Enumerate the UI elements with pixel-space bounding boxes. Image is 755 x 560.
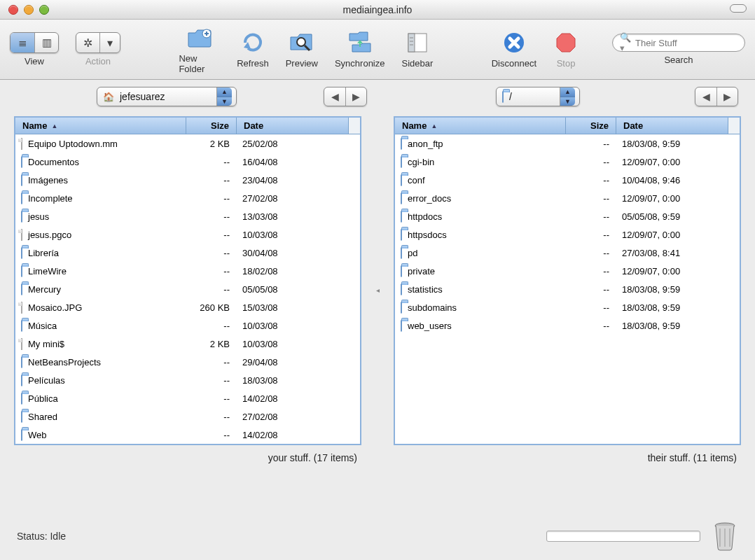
gear-icon[interactable]: ✲ — [76, 33, 99, 52]
file-name: Web — [28, 430, 47, 440]
table-row[interactable]: My mini$2 KB10/03/08 — [15, 335, 360, 353]
file-name: pd — [408, 248, 417, 258]
list-view-icon[interactable]: ≣ — [11, 33, 34, 52]
magnifier-icon: 🔍▾ — [620, 32, 631, 53]
local-col-date[interactable]: Date — [237, 118, 349, 134]
folder-icon — [401, 302, 402, 313]
table-row[interactable]: NetBeansProjects--29/04/08 — [15, 353, 360, 371]
remote-path-text: / — [509, 91, 554, 102]
local-path-popup[interactable]: 🏠 jefesuarez ▲▼ — [97, 87, 237, 106]
table-row[interactable]: Equipo Uptodown.mm2 KB25/02/08 — [15, 134, 360, 153]
action-menu[interactable]: ✲ ▾ — [76, 32, 120, 53]
file-size: -- — [186, 230, 237, 240]
table-row[interactable]: subdomains--18/03/08, 9:59 — [395, 298, 740, 316]
remote-summary: their stuff. (11 items) — [394, 445, 741, 463]
pane-divider[interactable]: ◂ — [374, 116, 381, 463]
remote-col-size[interactable]: Size — [566, 118, 616, 134]
sidebar-icon[interactable] — [405, 30, 430, 55]
svg-point-1 — [297, 38, 305, 46]
file-name: error_docs — [408, 193, 451, 204]
local-path-stepper[interactable]: ▲▼ — [216, 88, 232, 106]
folder-icon — [21, 266, 22, 276]
remote-path-stepper[interactable]: ▲▼ — [560, 88, 575, 106]
search-input[interactable] — [635, 38, 753, 48]
table-row[interactable]: Mosaico.JPG260 KB15/03/08 — [15, 298, 360, 316]
remote-col-name[interactable]: Name — [395, 118, 566, 134]
table-row[interactable]: Pública--14/02/08 — [15, 389, 360, 407]
refresh-icon[interactable] — [240, 30, 265, 55]
local-col-name[interactable]: Name — [15, 118, 186, 134]
file-name: jesus — [28, 211, 49, 222]
table-row[interactable]: Incomplete--27/02/08 — [15, 189, 360, 207]
titlebar: mediaingea.info — [0, 0, 755, 20]
local-forward-button[interactable]: ▶ — [345, 88, 366, 106]
table-row[interactable]: jesus.pgco--10/03/08 — [15, 225, 360, 244]
disconnect-icon[interactable] — [501, 30, 527, 55]
table-row[interactable]: pd--27/03/08, 8:41 — [395, 244, 740, 262]
column-view-icon[interactable]: ▥ — [34, 33, 58, 52]
file-name: Imágenes — [28, 175, 68, 186]
table-row[interactable]: private--12/09/07, 0:00 — [395, 262, 740, 280]
local-back-button[interactable]: ◀ — [324, 88, 345, 106]
file-name: anon_ftp — [408, 139, 443, 149]
view-mode-segment[interactable]: ≣ ▥ — [10, 32, 59, 53]
file-date: 18/03/08, 9:59 — [616, 302, 728, 313]
synchronize-icon[interactable] — [347, 30, 373, 55]
new-folder-icon[interactable] — [187, 25, 212, 50]
folder-icon — [21, 375, 22, 386]
table-row[interactable]: LimeWire--18/02/08 — [15, 262, 360, 280]
file-date: 23/04/08 — [237, 175, 349, 186]
table-row[interactable]: Música--10/03/08 — [15, 316, 360, 335]
table-row[interactable]: Películas--18/03/08 — [15, 371, 360, 389]
local-rows[interactable]: Equipo Uptodown.mm2 KB25/02/08Documentos… — [15, 134, 360, 444]
toolbar: ≣ ▥ View ✲ ▾ Action New Folder Refresh P… — [0, 20, 755, 80]
file-size: -- — [566, 211, 616, 222]
table-row[interactable]: anon_ftp--18/03/08, 9:59 — [395, 134, 740, 153]
file-name: Librería — [28, 248, 59, 258]
file-date: 18/02/08 — [237, 266, 349, 276]
status-bar: Status: Idle — [0, 512, 755, 560]
folder-icon — [401, 193, 402, 204]
path-row: 🏠 jefesuarez ▲▼ ◀ ▶ / ▲▼ ◀ ▶ — [0, 80, 755, 113]
file-size: -- — [566, 321, 616, 331]
table-row[interactable]: conf--10/04/08, 9:46 — [395, 171, 740, 189]
trash-icon[interactable] — [712, 520, 738, 552]
remote-col-date[interactable]: Date — [616, 118, 728, 134]
file-date: 25/02/08 — [237, 139, 349, 149]
file-name: httpsdocs — [408, 230, 447, 240]
file-size: -- — [566, 157, 616, 167]
action-label: Action — [85, 56, 111, 66]
preview-icon[interactable] — [289, 30, 314, 55]
file-date: 18/03/08, 9:59 — [616, 284, 728, 295]
file-name: conf — [408, 175, 425, 186]
table-row[interactable]: Librería--30/04/08 — [15, 244, 360, 262]
table-row[interactable]: cgi-bin--12/09/07, 0:00 — [395, 153, 740, 171]
toolbar-toggle-pill[interactable] — [730, 4, 747, 13]
table-row[interactable]: Mercury--05/05/08 — [15, 280, 360, 298]
table-row[interactable]: jesus--13/03/08 — [15, 207, 360, 225]
file-name: LimeWire — [28, 266, 67, 276]
file-name: Música — [28, 321, 57, 331]
file-size: -- — [186, 284, 237, 295]
remote-back-button[interactable]: ◀ — [695, 88, 716, 106]
file-date: 10/03/08 — [237, 230, 349, 240]
folder-icon — [401, 284, 402, 295]
remote-path-popup[interactable]: / ▲▼ — [496, 87, 580, 106]
local-col-size[interactable]: Size — [186, 118, 237, 134]
table-row[interactable]: Documentos--16/04/08 — [15, 153, 360, 171]
table-row[interactable]: httpdocs--05/05/08, 9:59 — [395, 207, 740, 225]
stop-icon[interactable] — [553, 30, 579, 55]
table-row[interactable]: Web--14/02/08 — [15, 426, 360, 444]
table-row[interactable]: statistics--18/03/08, 9:59 — [395, 280, 740, 298]
table-row[interactable]: error_docs--12/09/07, 0:00 — [395, 189, 740, 207]
remote-rows[interactable]: anon_ftp--18/03/08, 9:59cgi-bin--12/09/0… — [395, 134, 740, 444]
file-name: Shared — [28, 412, 57, 422]
file-name: Documentos — [28, 157, 79, 167]
table-row[interactable]: Imágenes--23/04/08 — [15, 171, 360, 189]
table-row[interactable]: web_users--18/03/08, 9:59 — [395, 316, 740, 335]
table-row[interactable]: Shared--27/02/08 — [15, 407, 360, 426]
action-dropdown-arrow-icon[interactable]: ▾ — [99, 33, 120, 52]
table-row[interactable]: httpsdocs--12/09/07, 0:00 — [395, 225, 740, 244]
remote-forward-button[interactable]: ▶ — [716, 88, 737, 106]
search-field[interactable]: 🔍▾ — [612, 34, 745, 52]
